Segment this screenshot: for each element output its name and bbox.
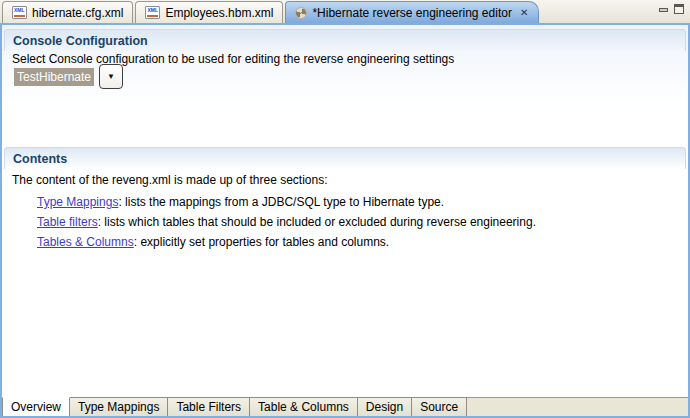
tab-hibernate-reverse-engineering-editor[interactable]: *Hibernate reverse engineering editor ✕ <box>285 1 539 23</box>
section-title: Contents <box>13 152 67 166</box>
combo-dropdown-button[interactable]: ▼ <box>99 64 123 89</box>
list-item-tables-columns: Tables & Columns: explicitly set propert… <box>37 235 389 249</box>
table-filters-link[interactable]: Table filters <box>37 215 98 229</box>
list-item-table-filters: Table filters: lists which tables that s… <box>37 215 536 229</box>
tab-table-filters[interactable]: Table Filters <box>168 397 250 416</box>
tab-table-and-columns[interactable]: Table & Columns <box>250 397 358 416</box>
window-controls <box>659 4 684 14</box>
list-item-text: : lists the mappings from a JDBC/SQL typ… <box>118 195 444 209</box>
tab-type-mappings[interactable]: Type Mappings <box>70 397 168 416</box>
tab-label: Table Filters <box>176 400 241 414</box>
tab-label: Table & Columns <box>258 400 349 414</box>
tab-overview[interactable]: Overview <box>2 397 70 416</box>
reverse-engineering-icon <box>294 5 309 20</box>
minimize-icon[interactable] <box>659 8 668 12</box>
page-tab-bar: Overview Type Mappings Table Filters Tab… <box>2 397 688 416</box>
xml-file-icon <box>145 6 160 19</box>
tab-label: Source <box>420 400 458 414</box>
tab-label: Overview <box>11 400 61 414</box>
close-icon[interactable]: ✕ <box>519 8 529 18</box>
tab-label: Employees.hbm.xml <box>165 6 273 20</box>
tab-source[interactable]: Source <box>412 397 467 416</box>
type-mappings-link[interactable]: Type Mappings <box>37 195 118 209</box>
list-item-type-mappings: Type Mappings: lists the mappings from a… <box>37 195 444 209</box>
chevron-down-icon: ▼ <box>107 73 115 81</box>
tables-columns-link[interactable]: Tables & Columns <box>37 235 134 249</box>
tab-label: Design <box>366 400 403 414</box>
contents-intro: The content of the reveng.xml is made up… <box>12 173 328 187</box>
maximize-icon[interactable] <box>674 4 684 14</box>
tab-label: hibernate.cfg.xml <box>32 6 123 20</box>
xml-file-icon <box>12 6 27 19</box>
list-item-text: : lists which tables that should be incl… <box>98 215 536 229</box>
contents-section-header: Contents <box>4 147 686 169</box>
section-title: Console Configuration <box>13 34 148 48</box>
list-item-text: : explicitly set properties for tables a… <box>134 235 389 249</box>
tab-employees-hbm-xml[interactable]: Employees.hbm.xml <box>135 1 283 23</box>
combo-selected-value[interactable]: TestHibernate <box>14 68 94 86</box>
tab-hibernate-cfg-xml[interactable]: hibernate.cfg.xml <box>2 1 133 23</box>
console-configuration-combo: TestHibernate ▼ <box>14 64 123 89</box>
tab-label: Type Mappings <box>78 400 159 414</box>
console-configuration-section-header: Console Configuration <box>4 29 686 51</box>
tab-label: *Hibernate reverse engineering editor <box>312 6 511 20</box>
editor-frame: Console Configuration Select Console con… <box>0 23 690 418</box>
tab-design[interactable]: Design <box>358 397 412 416</box>
overview-form: Console Configuration Select Console con… <box>2 25 688 397</box>
editor-tab-bar: hibernate.cfg.xml Employees.hbm.xml *Hib… <box>0 0 690 23</box>
